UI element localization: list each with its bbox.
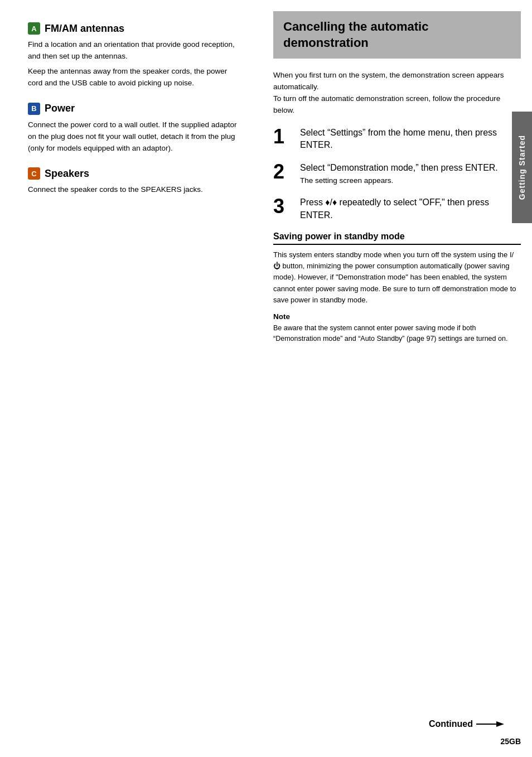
sidebar-tab: Getting Started — [512, 112, 532, 223]
note-heading: Note — [273, 312, 521, 321]
demo-intro-span: When you first turn on the system, the d… — [273, 71, 504, 114]
step-2-sub: The setting screen appears. — [300, 175, 498, 186]
step-3-content: Press ♦/♦ repeatedly to select "OFF," th… — [300, 196, 521, 221]
step-1: 1 Select “Settings” from the home menu, … — [273, 127, 521, 152]
note-text: Be aware that the system cannot enter po… — [273, 323, 521, 344]
section-fm-am-heading: A FM/AM antennas — [28, 22, 240, 35]
saving-power-body: This system enters standby mode when you… — [273, 249, 521, 306]
section-power-title: Power — [45, 103, 75, 114]
section-fm-am-body: Find a location and an orientation that … — [28, 39, 240, 62]
continued-label: Continued — [429, 719, 473, 729]
fm-am-para-2: Keep the antennas away from the speaker … — [28, 67, 227, 87]
section-speakers-body: Connect the speaker cords to the SPEAKER… — [28, 184, 240, 196]
step-2-number: 2 — [273, 162, 296, 182]
step-1-number: 1 — [273, 127, 296, 147]
power-para-1: Connect the power cord to a wall outlet.… — [28, 120, 236, 152]
label-a: A — [28, 22, 40, 35]
step-1-text: Select “Settings” from the home menu, th… — [300, 127, 521, 152]
continued-arrow-icon — [476, 720, 504, 729]
saving-power-heading: Saving power in standby mode — [273, 232, 521, 245]
demo-header-title: Cancelling the automatic demonstration — [283, 19, 511, 51]
step-2-text: Select “Demonstration mode,” then press … — [300, 162, 498, 174]
step-2: 2 Select “Demonstration mode,” then pres… — [273, 162, 521, 187]
left-column: A FM/AM antennas Find a location and an … — [0, 0, 257, 757]
right-column: Cancelling the automatic demonstration W… — [257, 0, 532, 757]
section-power-body: Connect the power cord to a wall outlet.… — [28, 119, 240, 155]
step-3-text: Press ♦/♦ repeatedly to select "OFF," th… — [300, 196, 521, 221]
step-2-content: Select “Demonstration mode,” then press … — [300, 162, 498, 187]
section-power-heading: B Power — [28, 103, 240, 115]
step-3-number: 3 — [273, 196, 296, 216]
step-3: 3 Press ♦/♦ repeatedly to select "OFF," … — [273, 196, 521, 221]
section-fm-am-title: FM/AM antennas — [45, 23, 124, 35]
svg-marker-1 — [496, 721, 504, 727]
sidebar-tab-label: Getting Started — [518, 135, 526, 200]
demo-header-box: Cancelling the automatic demonstration — [273, 11, 521, 59]
demo-intro-text: When you first turn on the system, the d… — [273, 70, 521, 117]
section-speakers-title: Speakers — [45, 168, 89, 180]
section-fm-am-body-2: Keep the antennas away from the speaker … — [28, 66, 240, 89]
step-1-content: Select “Settings” from the home menu, th… — [300, 127, 521, 152]
fm-am-para-1: Find a location and an orientation that … — [28, 40, 235, 60]
saving-power-span: This system enters standby mode when you… — [273, 250, 516, 304]
page-number: 25GB — [500, 737, 521, 746]
label-b: B — [28, 103, 40, 115]
section-speakers-heading: C Speakers — [28, 167, 240, 180]
page: A FM/AM antennas Find a location and an … — [0, 0, 532, 757]
speakers-para-1: Connect the speaker cords to the SPEAKER… — [28, 185, 203, 194]
label-c: C — [28, 167, 40, 180]
continued-bar: Continued — [429, 719, 504, 729]
